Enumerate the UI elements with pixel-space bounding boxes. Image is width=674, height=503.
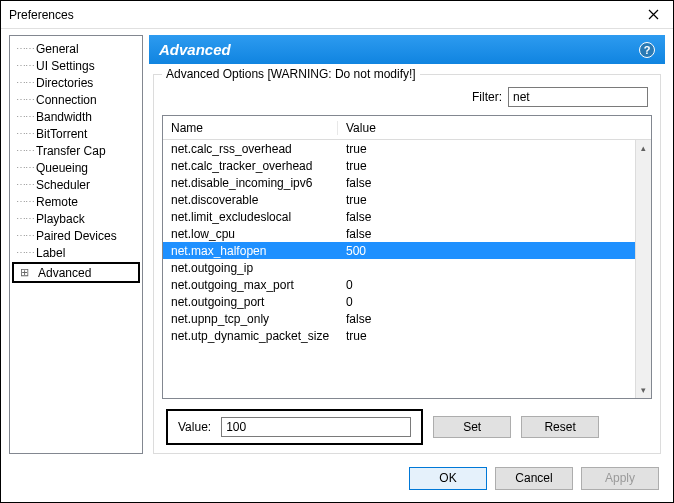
cancel-button[interactable]: Cancel	[495, 467, 573, 490]
dialog-footer: OK Cancel Apply	[1, 454, 673, 502]
tree-leaf-icon: ⋯⋯	[16, 77, 36, 88]
tree-leaf-icon: ⋯⋯	[16, 247, 36, 258]
titlebar: Preferences	[1, 1, 673, 29]
sidebar-item-label: Transfer Cap	[36, 144, 106, 158]
cell-name: net.calc_rss_overhead	[163, 142, 338, 156]
window-title: Preferences	[9, 8, 633, 22]
category-tree[interactable]: ⋯⋯General⋯⋯UI Settings⋯⋯Directories⋯⋯Con…	[9, 35, 143, 454]
tree-leaf-icon: ⋯⋯	[16, 213, 36, 224]
sidebar-item-label: General	[36, 42, 79, 56]
sidebar-item-directories[interactable]: ⋯⋯Directories	[10, 74, 142, 91]
sidebar-item-label: Scheduler	[36, 178, 90, 192]
panel-header: Advanced ?	[149, 35, 665, 64]
cell-name: net.calc_tracker_overhead	[163, 159, 338, 173]
cell-name: net.utp_dynamic_packet_size	[163, 329, 338, 343]
preferences-window: Preferences ⋯⋯General⋯⋯UI Settings⋯⋯Dire…	[0, 0, 674, 503]
cell-name: net.disable_incoming_ipv6	[163, 176, 338, 190]
table-row[interactable]: net.calc_tracker_overheadtrue	[163, 157, 651, 174]
sidebar-item-label: Label	[36, 246, 65, 260]
tree-leaf-icon: ⋯⋯	[16, 145, 36, 156]
cell-name: net.outgoing_ip	[163, 261, 338, 275]
groupbox-label: Advanced Options [WARNING: Do not modify…	[162, 67, 420, 81]
sidebar-item-label: Queueing	[36, 161, 88, 175]
tree-leaf-icon: ⋯⋯	[16, 230, 36, 241]
table-row[interactable]: net.calc_rss_overheadtrue	[163, 140, 651, 157]
table-row[interactable]: net.utp_dynamic_packet_sizetrue	[163, 327, 651, 344]
sidebar-item-label: Bandwidth	[36, 110, 92, 124]
cell-value: false	[338, 227, 651, 241]
table-row[interactable]: net.limit_excludeslocalfalse	[163, 208, 651, 225]
value-input[interactable]	[221, 417, 411, 437]
options-table: Name Value net.calc_rss_overheadtruenet.…	[162, 115, 652, 399]
reset-button[interactable]: Reset	[521, 416, 599, 438]
value-editor-box: Value:	[166, 409, 423, 445]
table-row[interactable]: net.max_halfopen500	[163, 242, 651, 259]
sidebar-item-label: Connection	[36, 93, 97, 107]
cell-value: 0	[338, 278, 651, 292]
filter-input[interactable]	[508, 87, 648, 107]
panel-title: Advanced	[159, 41, 231, 58]
sidebar-item-label: Paired Devices	[36, 229, 117, 243]
col-value[interactable]: Value	[338, 121, 651, 135]
sidebar-item-label[interactable]: ⋯⋯Label	[10, 244, 142, 261]
table-row[interactable]: net.upnp_tcp_onlyfalse	[163, 310, 651, 327]
tree-leaf-icon: ⋯⋯	[16, 43, 36, 54]
cell-value: 500	[338, 244, 651, 258]
sidebar-item-label: BitTorrent	[36, 127, 87, 141]
cell-value: false	[338, 210, 651, 224]
sidebar-item-connection[interactable]: ⋯⋯Connection	[10, 91, 142, 108]
sidebar-item-ui-settings[interactable]: ⋯⋯UI Settings	[10, 57, 142, 74]
tree-leaf-icon: ⋯⋯	[16, 111, 36, 122]
cell-value: true	[338, 142, 651, 156]
ok-button[interactable]: OK	[409, 467, 487, 490]
cell-value: true	[338, 193, 651, 207]
sidebar-item-scheduler[interactable]: ⋯⋯Scheduler	[10, 176, 142, 193]
table-row[interactable]: net.outgoing_ip	[163, 259, 651, 276]
tree-leaf-icon: ⋯⋯	[16, 94, 36, 105]
cell-name: net.outgoing_port	[163, 295, 338, 309]
table-row[interactable]: net.outgoing_port0	[163, 293, 651, 310]
tree-leaf-icon: ⋯⋯	[16, 179, 36, 190]
filter-row: Filter:	[162, 85, 652, 115]
advanced-groupbox: Advanced Options [WARNING: Do not modify…	[153, 74, 661, 454]
sidebar-item-label: Advanced	[38, 266, 91, 280]
cell-name: net.outgoing_max_port	[163, 278, 338, 292]
sidebar-item-label: UI Settings	[36, 59, 95, 73]
sidebar-item-playback[interactable]: ⋯⋯Playback	[10, 210, 142, 227]
col-name[interactable]: Name	[163, 121, 338, 135]
sidebar-item-label: Playback	[36, 212, 85, 226]
table-row[interactable]: net.discoverabletrue	[163, 191, 651, 208]
table-row[interactable]: net.outgoing_max_port0	[163, 276, 651, 293]
value-editor-row: Value: Set Reset	[162, 399, 652, 445]
sidebar-item-transfer-cap[interactable]: ⋯⋯Transfer Cap	[10, 142, 142, 159]
close-button[interactable]	[633, 1, 673, 29]
table-header: Name Value	[163, 116, 651, 140]
apply-button[interactable]: Apply	[581, 467, 659, 490]
scroll-down-icon[interactable]: ▾	[636, 382, 651, 398]
close-icon	[648, 9, 659, 20]
table-row[interactable]: net.low_cpufalse	[163, 225, 651, 242]
tree-leaf-icon: ⋯⋯	[16, 196, 36, 207]
filter-label: Filter:	[472, 90, 502, 104]
sidebar-item-remote[interactable]: ⋯⋯Remote	[10, 193, 142, 210]
scrollbar[interactable]: ▴ ▾	[635, 140, 651, 398]
sidebar-item-paired-devices[interactable]: ⋯⋯Paired Devices	[10, 227, 142, 244]
cell-value: true	[338, 159, 651, 173]
table-row[interactable]: net.disable_incoming_ipv6false	[163, 174, 651, 191]
sidebar-item-label: Directories	[36, 76, 93, 90]
scroll-up-icon[interactable]: ▴	[636, 140, 651, 156]
cell-name: net.limit_excludeslocal	[163, 210, 338, 224]
help-icon[interactable]: ?	[639, 42, 655, 58]
sidebar-item-label: Remote	[36, 195, 78, 209]
sidebar-item-advanced[interactable]: ⊞Advanced	[12, 262, 140, 283]
sidebar-item-bittorrent[interactable]: ⋯⋯BitTorrent	[10, 125, 142, 142]
sidebar-item-general[interactable]: ⋯⋯General	[10, 40, 142, 57]
tree-leaf-icon: ⋯⋯	[16, 162, 36, 173]
sidebar-item-bandwidth[interactable]: ⋯⋯Bandwidth	[10, 108, 142, 125]
set-button[interactable]: Set	[433, 416, 511, 438]
cell-value: 0	[338, 295, 651, 309]
cell-value: false	[338, 312, 651, 326]
table-body[interactable]: net.calc_rss_overheadtruenet.calc_tracke…	[163, 140, 651, 398]
cell-name: net.upnp_tcp_only	[163, 312, 338, 326]
sidebar-item-queueing[interactable]: ⋯⋯Queueing	[10, 159, 142, 176]
